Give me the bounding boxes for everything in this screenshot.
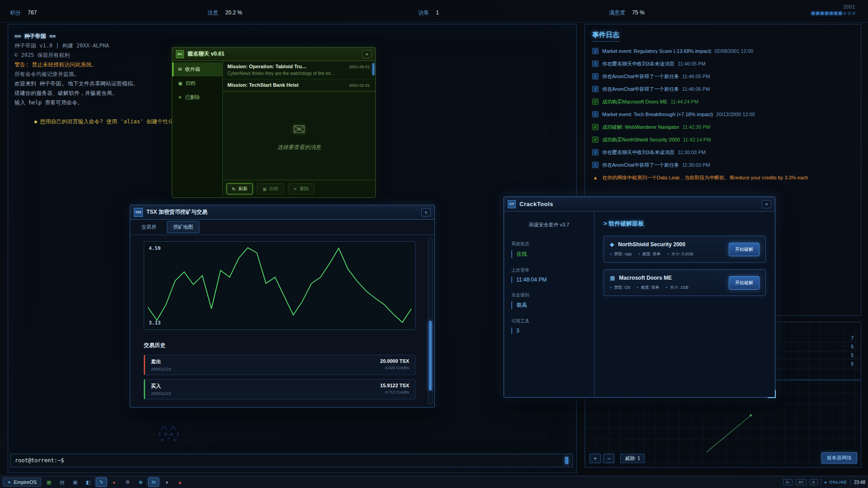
log-text: Market event: Tech Breakthrough (+7.18% …	[602, 112, 713, 117]
taskbar-separator	[850, 479, 851, 485]
log-time: 11:46:05 PM	[682, 74, 710, 79]
globe-icon[interactable]: ⊕	[135, 478, 146, 487]
tools-icon[interactable]: ♦	[161, 478, 172, 487]
message-list-scrollbar[interactable]	[373, 63, 374, 75]
cracktools-titlebar[interactable]: CT CrackTools ×	[504, 197, 775, 211]
apps-icon[interactable]: ▦	[43, 478, 54, 487]
event-log-title: 事件日志	[592, 31, 619, 42]
info-icon: i	[592, 162, 599, 168]
online-label: ONLINE	[829, 480, 847, 484]
log-text: 成功购买NorthShield Security 2000	[602, 137, 680, 142]
year-progress-dots	[811, 12, 855, 15]
log-time: 11:42:14 PM	[683, 137, 711, 142]
zoom-out-button[interactable]: −	[603, 454, 614, 463]
delete-button[interactable]: ✕ 删除	[288, 183, 314, 194]
trade-credits: 4.713 Credits	[380, 390, 409, 394]
log-entry: i 你在AnonChat中获得了一个新任务11:46:05 PM	[592, 73, 854, 80]
log-time: 11:44:24 PM	[670, 99, 698, 104]
success-icon: ✓	[592, 124, 599, 130]
folder-deleted[interactable]: ✕ 已删除	[172, 90, 222, 104]
folder-archive[interactable]: ▣ 归档	[172, 76, 222, 90]
server-network-button[interactable]: 服务器网络	[821, 452, 857, 464]
trade-row-buy[interactable]: 买入 2000/11/22 15.9122 TSX 4.713 Credits	[144, 379, 415, 399]
folder-inbox[interactable]: ✉ 收件箱	[172, 62, 222, 76]
font-larger-button[interactable]: A+	[796, 479, 806, 485]
chat-icon[interactable]: ✉	[148, 478, 159, 487]
progress-dot	[852, 12, 855, 15]
tsx-titlebar[interactable]: TSX TSX 加密货币挖矿与交易 ×	[130, 205, 434, 220]
tab-exchange[interactable]: 交易所	[136, 221, 162, 233]
message-item[interactable]: Mission: Operation: Tabloid Tru… 2001-06…	[223, 61, 375, 80]
media-icon[interactable]: ▸	[109, 478, 120, 487]
chart-y-min-label: 3.13	[149, 320, 161, 326]
message-item[interactable]: Mission: TechStart Bank Heist 2001-02-01	[223, 80, 375, 91]
refresh-button[interactable]: ↻ 刷新	[226, 183, 253, 194]
files-icon[interactable]: ▤	[57, 478, 67, 487]
start-crack-button[interactable]: 开始破解	[729, 276, 760, 290]
price-chart: 4.59 3.13	[144, 241, 415, 330]
stats-value: 7	[851, 336, 854, 341]
terminal-prompt: root@torrent:~$	[15, 457, 64, 464]
message-subject: Mission: TechStart Bank Heist	[227, 82, 299, 88]
gear-icon[interactable]: ⚙	[122, 478, 133, 487]
tab-mining-map[interactable]: 挖矿地图	[167, 221, 199, 233]
success-icon: ✓	[592, 99, 599, 105]
stats-value: 5	[851, 344, 854, 349]
target-name: NorthShield Security 2000	[618, 241, 685, 248]
monitor-icon[interactable]: ◧	[83, 478, 94, 487]
terminal-input[interactable]: root@torrent:~$	[10, 454, 573, 467]
terminal-cursor	[565, 457, 568, 464]
close-icon[interactable]: ×	[362, 50, 372, 58]
crack-target-card[interactable]: ▦ Macrosoft Doors ME 类型: OS 难度: 简单 大小: 1…	[604, 269, 766, 296]
font-smaller-button[interactable]: A-	[783, 479, 793, 485]
tsx-trading-window: TSX TSX 加密货币挖矿与交易 × 交易所 挖矿地图 4.59 3.13 交…	[130, 205, 435, 408]
alert-icon[interactable]: ▲	[175, 478, 185, 487]
online-dot-icon: ●	[825, 480, 827, 484]
anonchat-titlebar[interactable]: AC 匿名聊天 v0.61 ×	[172, 47, 375, 61]
terminal-icon[interactable]: ▣	[70, 478, 80, 487]
crack-target-card[interactable]: ◆ NorthShield Security 2000 类型: App 难度: …	[604, 236, 766, 263]
message-subject: Mission: Operation: Tabloid Tru…	[227, 64, 307, 69]
folder-label: 已删除	[185, 94, 200, 101]
wrench-icon[interactable]: ✎	[96, 478, 107, 487]
attention-value: 20.2 %	[225, 9, 242, 16]
info-icon: i	[592, 111, 599, 117]
target-name: Macrosoft Doors ME	[619, 275, 672, 281]
log-time: 11:46:05 PM	[678, 61, 706, 66]
target-type: 类型: OS	[610, 285, 630, 291]
log-entry-warning: ▲ 在你的网络中检测到一个Data Leak，当前阶段为中断前。将reduce …	[592, 174, 854, 181]
tsx-title: TSX 加密货币挖矿与交易	[146, 208, 208, 216]
start-menu-button[interactable]: ✦ EmpireOS	[3, 478, 41, 487]
log-time: 11:30:03 PM	[682, 162, 710, 168]
button-label: 删除	[300, 186, 309, 192]
log-entry: i 你在匿名聊天中收到3条未读消息11:30:03 PM	[592, 149, 854, 156]
zoom-in-button[interactable]: +	[590, 454, 601, 463]
close-icon[interactable]: ×	[762, 200, 771, 208]
os-logo-icon: ✦	[7, 480, 11, 485]
font-reset-button[interactable]: A	[810, 479, 818, 485]
chart-y-max-label: 4.59	[149, 245, 161, 251]
system-status-stat: 系统状态 在线	[511, 241, 587, 258]
log-time: 11:42:35 PM	[683, 124, 711, 130]
attention-label: 注意	[208, 9, 218, 16]
taskbar-separator	[821, 479, 821, 485]
progress-dot	[821, 12, 824, 15]
trade-row-sell[interactable]: 卖出 2000/11/23 20.0000 TSX 4.025 Credits	[144, 355, 415, 375]
target-difficulty: 难度: 简单	[637, 285, 659, 291]
stat-label: 可用工具	[511, 318, 587, 324]
close-icon[interactable]: ×	[421, 208, 431, 216]
trade-amount: 20.0000 TSX	[380, 358, 409, 364]
trade-history-title: 交易历史	[144, 342, 415, 349]
credits-stat: 积分 767	[10, 9, 37, 17]
archive-button[interactable]: ▣ 归档	[257, 183, 283, 194]
anonchat-app-icon: AC	[176, 50, 184, 58]
stat-value: 3	[511, 328, 587, 334]
info-icon: i	[592, 48, 599, 54]
start-crack-button[interactable]: 开始破解	[729, 243, 760, 256]
stat-value: 在线	[511, 250, 587, 258]
tsx-scrollbar[interactable]	[428, 238, 433, 404]
log-text: 你在匿名聊天中收到3条未读消息	[602, 61, 675, 66]
anonchat-actions: ↻ 刷新 ▣ 归档 ✕ 删除	[223, 180, 375, 197]
button-label: 归档	[269, 186, 278, 192]
scrollbar-thumb[interactable]	[429, 321, 432, 390]
